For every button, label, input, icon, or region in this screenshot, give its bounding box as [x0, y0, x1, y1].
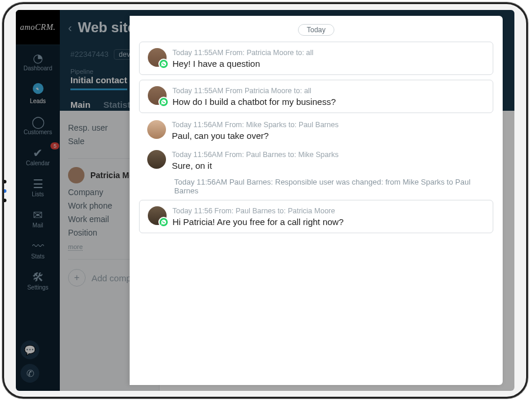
- message-meta: Today 11:56AM From: Mike Sparks to: Paul…: [172, 120, 485, 130]
- lists-icon: ☰: [16, 177, 60, 191]
- message-meta: Today 11:55AM From: Patricia Moore to: a…: [172, 48, 484, 57]
- nav-mail[interactable]: ✉ Mail: [16, 202, 60, 233]
- nav-label: Lists: [32, 191, 44, 197]
- plus-icon: +: [68, 269, 86, 287]
- mail-icon: ✉: [16, 208, 60, 222]
- whatsapp-icon: [158, 59, 169, 69]
- message-meta: Today 11:56 From: Paul Barnes to: Patric…: [172, 206, 484, 216]
- message-meta: Today 11:55AM From Patricia Moore to: al…: [172, 86, 484, 96]
- pipeline-stage[interactable]: Initial contact: [70, 75, 127, 90]
- nav-dashboard[interactable]: ◔ Dashboard: [16, 45, 60, 76]
- message-body: Paul, can you take over?: [172, 131, 485, 141]
- wrench-icon: 🛠: [16, 270, 60, 284]
- back-chevron-icon[interactable]: ‹: [68, 21, 72, 35]
- whatsapp-icon: [158, 97, 169, 107]
- avatar: [148, 86, 167, 105]
- nav-lists[interactable]: ☰ Lists: [16, 171, 60, 202]
- message-body: Hey! I have a question: [172, 59, 484, 69]
- leads-icon: [16, 82, 60, 98]
- avatar: [148, 206, 167, 225]
- tablet-frame: amoCRM. ◔ Dashboard Leads ◯ Customers ✔ …: [2, 2, 528, 398]
- call-button[interactable]: ✆: [21, 364, 39, 383]
- tablet-side-dots: [3, 180, 6, 202]
- app-logo-text: amoCRM.: [20, 23, 56, 32]
- message-plain[interactable]: Today 11:56AM From: Mike Sparks to: Paul…: [139, 118, 493, 143]
- chat-bubble-button[interactable]: 💬: [21, 340, 39, 359]
- nav-label: Settings: [27, 284, 48, 291]
- gauge-icon: ◔: [16, 51, 60, 65]
- nav-customers[interactable]: ◯ Customers: [16, 109, 60, 140]
- nav-leads[interactable]: Leads: [16, 76, 60, 109]
- nav-label: Mail: [32, 222, 43, 229]
- nav-label: Stats: [31, 253, 45, 260]
- message-body: Sure, on it: [172, 161, 485, 171]
- app-logo[interactable]: amoCRM.: [16, 10, 60, 45]
- message-meta: Today 11:56AM From: Paul Barnes to: Mike…: [172, 150, 485, 159]
- system-event: Today 11:56AM Paul Barnes: Responsible u…: [174, 178, 493, 195]
- avatar: [148, 48, 167, 67]
- sidebar: amoCRM. ◔ Dashboard Leads ◯ Customers ✔ …: [16, 10, 60, 391]
- message-plain[interactable]: Today 11:56AM From: Paul Barnes to: Mike…: [139, 148, 493, 173]
- calendar-badge: 5: [50, 142, 59, 149]
- avatar: [147, 150, 166, 169]
- message-body: How do I build a chatbot for my business…: [172, 97, 484, 107]
- avatar: [147, 120, 166, 139]
- nav-label: Calendar: [26, 160, 50, 166]
- day-separator: Today: [130, 24, 503, 36]
- chat-panel: Today Today 11:55AM From: Patricia Moore…: [130, 16, 503, 385]
- message-card[interactable]: Today 11:56 From: Paul Barnes to: Patric…: [139, 200, 493, 233]
- nav-label: Leads: [30, 98, 46, 104]
- nav-settings[interactable]: 🛠 Settings: [16, 264, 60, 295]
- more-link[interactable]: more: [68, 243, 83, 251]
- stats-icon: 〰: [16, 239, 60, 253]
- nav-stats[interactable]: 〰 Stats: [16, 233, 60, 264]
- message-card[interactable]: Today 11:55AM From Patricia Moore to: al…: [139, 80, 493, 113]
- nav-label: Customers: [23, 129, 52, 135]
- whatsapp-icon: [158, 217, 169, 227]
- message-body: Hi Patricia! Are you free for a call rig…: [172, 217, 484, 227]
- customers-icon: ◯: [16, 115, 60, 129]
- lead-id: #22347443: [70, 50, 109, 59]
- nav-label: Dashboard: [23, 65, 52, 71]
- message-card[interactable]: Today 11:55AM From: Patricia Moore to: a…: [139, 42, 493, 75]
- app-screen: amoCRM. ◔ Dashboard Leads ◯ Customers ✔ …: [16, 10, 514, 391]
- day-separator-label: Today: [298, 24, 334, 36]
- nav-calendar[interactable]: ✔ 5 Calendar: [16, 140, 60, 171]
- avatar: [68, 167, 84, 183]
